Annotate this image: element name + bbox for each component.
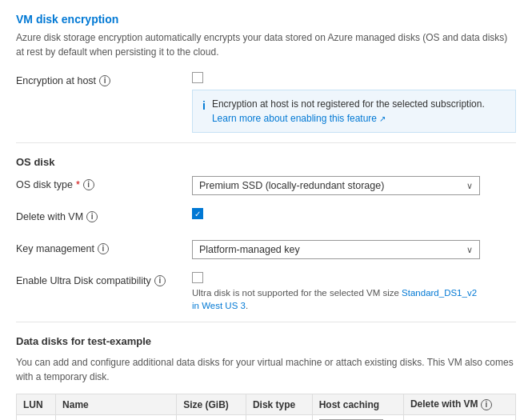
ultra-disk-note: Ultra disk is not supported for the sele… — [192, 286, 480, 312]
data-disks-description: You can add and configure additional dat… — [16, 355, 516, 384]
key-management-value: Platform-managed key — [199, 244, 300, 255]
os-disk-type-value: Premium SSD (locally-redundant storage) — [199, 180, 384, 191]
row-size — [177, 415, 246, 420]
encryption-host-checkbox[interactable] — [192, 72, 203, 83]
ultra-disk-info-icon[interactable]: i — [154, 275, 166, 286]
ultra-disk-highlight: Standard_DS1_v2 in West US 3 — [192, 288, 477, 310]
encryption-host-label: Encryption at host i — [16, 72, 192, 86]
col-delete-with-vm: Delete with VM i — [403, 394, 515, 415]
col-host-caching: Host caching — [312, 394, 403, 415]
banner-learn-more-link[interactable]: Learn more about enabling this feature ↗ — [212, 113, 386, 124]
os-disk-type-required: * — [76, 179, 80, 190]
row-name: Pre-defined by the ... — [56, 415, 177, 420]
row-lun: 0 — [17, 415, 56, 420]
ultra-disk-checkbox[interactable] — [192, 272, 203, 283]
banner-info-icon: i — [202, 98, 206, 114]
key-management-info-icon[interactable]: i — [98, 243, 109, 254]
section-divider-2 — [16, 322, 516, 322]
delete-with-vm-control — [192, 208, 516, 222]
col-delete-with-vm-info-icon[interactable]: i — [481, 399, 492, 410]
encryption-host-banner: i Encryption at host is not registered f… — [192, 90, 516, 133]
page-title: VM disk encryption — [16, 13, 516, 26]
key-management-dropdown[interactable]: Platform-managed key ∨ — [192, 240, 480, 259]
table-header-row: LUN Name Size (GiB) Disk type Host cachi… — [17, 394, 516, 415]
row-delete-with-vm — [403, 415, 515, 420]
delete-with-vm-label: Delete with VM i — [16, 208, 192, 222]
os-disk-type-dropdown[interactable]: Premium SSD (locally-redundant storage) … — [192, 176, 480, 195]
key-management-chevron: ∨ — [466, 245, 473, 255]
table-row: 0 Pre-defined by the ... None ∨ — [17, 415, 516, 420]
data-disks-section-title: Data disks for test-example — [16, 335, 516, 347]
os-disk-section-title: OS disk — [16, 156, 516, 168]
os-disk-type-info-icon[interactable]: i — [83, 179, 94, 190]
col-size: Size (GiB) — [177, 394, 246, 415]
ultra-disk-control: Ultra disk is not supported for the sele… — [192, 272, 516, 312]
col-name: Name — [56, 394, 177, 415]
delete-with-vm-info-icon[interactable]: i — [86, 211, 98, 222]
section-divider-1 — [16, 142, 516, 143]
encryption-host-info-icon[interactable]: i — [99, 75, 110, 86]
row-host-caching: None ∨ — [312, 415, 403, 420]
col-disk-type: Disk type — [246, 394, 312, 415]
row-disk-type — [246, 415, 312, 420]
os-disk-type-chevron: ∨ — [466, 181, 473, 191]
os-disk-type-label: OS disk type * i — [16, 176, 192, 190]
key-management-label: Key management i — [16, 240, 192, 254]
delete-with-vm-checkbox[interactable] — [192, 208, 203, 219]
os-disk-type-control: Premium SSD (locally-redundant storage) … — [192, 176, 516, 195]
external-link-icon: ↗ — [379, 114, 386, 123]
ultra-disk-label: Enable Ultra Disk compatibility i — [16, 272, 192, 286]
page-description: Azure disk storage encryption automatica… — [16, 30, 516, 59]
banner-text: Encryption at host is not registered for… — [212, 98, 485, 110]
encryption-host-control: i Encryption at host is not registered f… — [192, 72, 516, 133]
key-management-control: Platform-managed key ∨ — [192, 240, 516, 259]
col-lun: LUN — [17, 394, 56, 415]
data-disks-table: LUN Name Size (GiB) Disk type Host cachi… — [16, 394, 516, 420]
